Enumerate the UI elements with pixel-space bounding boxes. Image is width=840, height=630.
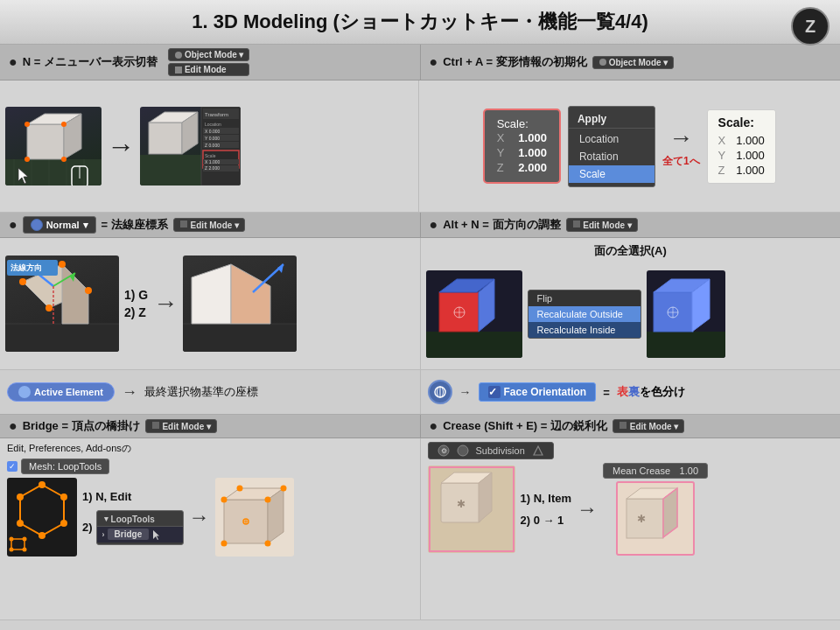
- svg-rect-63: [439, 292, 479, 332]
- face-orient-eq: =: [603, 386, 610, 399]
- header: 1. 3D Modeling (ショートカットキー・機能一覧4/4) Z: [0, 0, 840, 45]
- crease-viewport-1: ✱: [428, 466, 515, 553]
- viewport-1: [5, 107, 102, 186]
- svg-text:Z  2.000: Z 2.000: [205, 165, 220, 171]
- flip-item[interactable]: Flip: [528, 290, 640, 306]
- svg-point-90: [23, 537, 27, 542]
- svg-rect-80: [620, 422, 626, 429]
- svg-rect-56: [183, 324, 297, 352]
- svg-point-100: [264, 541, 270, 547]
- svg-marker-58: [192, 264, 231, 324]
- face-select-label: 面の全選択(A): [426, 243, 836, 259]
- recalc-outside-item[interactable]: Recalculate Outside: [528, 306, 640, 322]
- crease-step1: 1) N, Item: [521, 492, 572, 505]
- bridge-viewport-1: [7, 478, 77, 556]
- section1-left-header: ● N = メニューバー表示切替 Object Mode ▾ Edit Mode: [0, 45, 421, 80]
- face-context-menu: Flip Recalculate Outside Recalculate Ins…: [528, 290, 641, 339]
- normal-icon: [31, 219, 43, 231]
- active-element-section: Active Element → 最終選択物基準の座標: [0, 370, 421, 414]
- arrow-active: →: [122, 383, 137, 402]
- svg-point-102: [280, 486, 286, 492]
- recalc-inside-item[interactable]: Recalculate Inside: [528, 322, 640, 338]
- logo-badge: Z: [791, 7, 830, 46]
- menu-location[interactable]: Location: [569, 130, 654, 148]
- section3-left-images: Edit, Preferences, Add-onsの ✓ Mesh: Loop…: [0, 438, 421, 620]
- svg-rect-79: [152, 422, 159, 429]
- arrow-normal: →: [153, 290, 178, 318]
- edit-mode-badge-bridge: Edit Mode ▾: [145, 419, 217, 433]
- svg-point-0: [175, 52, 182, 59]
- svg-rect-62: [426, 332, 522, 358]
- face-orientation-button[interactable]: ✓ Face Orientation: [479, 382, 597, 402]
- svg-point-13: [61, 122, 66, 127]
- svg-text:✱: ✱: [457, 498, 466, 510]
- svg-text:Y  0.000: Y 0.000: [205, 136, 220, 141]
- svg-text:✱: ✱: [637, 513, 646, 525]
- section1-left-key: N = メニューバー表示切替: [23, 54, 158, 70]
- edit-mode-badge: Edit Mode: [168, 63, 249, 76]
- sphere-icon[interactable]: [428, 380, 452, 404]
- svg-rect-69: [647, 332, 725, 358]
- crease-steps-area: ✱ 1) N, Item 2) 0 → 1 → Mean Crease 1.00: [428, 463, 834, 556]
- arrow-section: → 全て1へ: [662, 124, 700, 169]
- svg-point-91: [10, 548, 14, 552]
- section2-images: 法線方向 1) G 2) Z →: [0, 238, 840, 370]
- face-result-viewport: [647, 270, 725, 358]
- svg-point-108: [458, 445, 468, 456]
- face-orient-viewport: [426, 270, 522, 358]
- bridge-step1: 1) N, Edit: [82, 490, 184, 503]
- svg-text:Z  0.000: Z 0.000: [205, 143, 220, 148]
- svg-rect-19: [140, 155, 201, 186]
- svg-marker-61: [277, 264, 284, 273]
- section1-header: ● N = メニューバー表示切替 Object Mode ▾ Edit Mode…: [0, 45, 840, 80]
- svg-marker-59: [231, 264, 270, 324]
- menu-rotation[interactable]: Rotation: [569, 148, 654, 165]
- looptools-desc: Edit, Preferences, Add-onsの: [7, 442, 131, 455]
- svg-point-12: [24, 122, 30, 127]
- svg-point-53: [59, 261, 66, 268]
- svg-point-98: [264, 497, 270, 503]
- arrow-crease: →: [577, 497, 598, 522]
- svg-text:⚙: ⚙: [441, 447, 447, 455]
- normal-badge[interactable]: Normal ▾: [23, 216, 96, 234]
- svg-rect-40: [573, 220, 580, 228]
- section3-right-images: ⚙ Subdivision ✱: [421, 438, 841, 620]
- looptools-header: ✓ Mesh: LoopTools: [7, 458, 109, 474]
- svg-point-87: [17, 494, 24, 500]
- section3-left-key: Bridge = 頂点の橋掛け: [23, 418, 140, 434]
- scale-panel: Scale: X 1.000 Y 1.000 Z 2.000: [483, 108, 561, 184]
- svg-point-14: [24, 157, 30, 162]
- crease-result-area: Mean Crease 1.00 ✱: [603, 463, 708, 556]
- svg-marker-109: [534, 446, 542, 455]
- svg-point-54: [85, 287, 92, 294]
- menu-scale[interactable]: Scale: [569, 165, 654, 183]
- svg-point-101: [236, 486, 242, 492]
- edit-mode-badge-crease: Edit Mode ▾: [612, 419, 684, 433]
- active-element-badge[interactable]: Active Element: [7, 382, 115, 402]
- svg-point-86: [17, 520, 24, 527]
- svg-rect-41: [5, 324, 119, 352]
- svg-point-55: [46, 304, 52, 312]
- all-to-1-label: 全て1へ: [662, 154, 700, 169]
- normal-viewport-1: 法線方向: [5, 256, 119, 352]
- svg-rect-9: [27, 124, 64, 159]
- svg-point-92: [23, 548, 27, 552]
- arrow-bridge: →: [189, 505, 210, 529]
- looptools-checkbox[interactable]: ✓: [7, 461, 18, 472]
- section3-header: ● Bridge = 頂点の橋掛け Edit Mode ▾ ● Crease (…: [0, 415, 840, 438]
- section2-right-images: 面の全選択(A): [421, 238, 841, 369]
- looptools-badge: Mesh: LoopTools: [21, 458, 109, 474]
- svg-point-15: [61, 157, 66, 162]
- edit-mode-badge-3: Edit Mode ▾: [566, 218, 638, 232]
- svg-point-89: [10, 537, 14, 542]
- section2-left-images: 法線方向 1) G 2) Z →: [0, 238, 421, 369]
- arrow-face-orient: →: [459, 385, 472, 399]
- bridge-steps-area: 1) N, Edit 2) ▾ LoopTools › Bridge: [7, 478, 413, 556]
- svg-rect-70: [654, 292, 693, 332]
- section3-images: Edit, Preferences, Add-onsの ✓ Mesh: Loop…: [0, 438, 840, 620]
- normal-steps: 1) G 2) Z: [124, 288, 148, 319]
- svg-point-2: [599, 59, 606, 66]
- face-orient-desc: 表裏を色分け: [617, 384, 685, 400]
- mean-crease-bar: Mean Crease 1.00: [603, 463, 708, 479]
- active-element-desc: 最終選択物基準の座標: [144, 384, 258, 400]
